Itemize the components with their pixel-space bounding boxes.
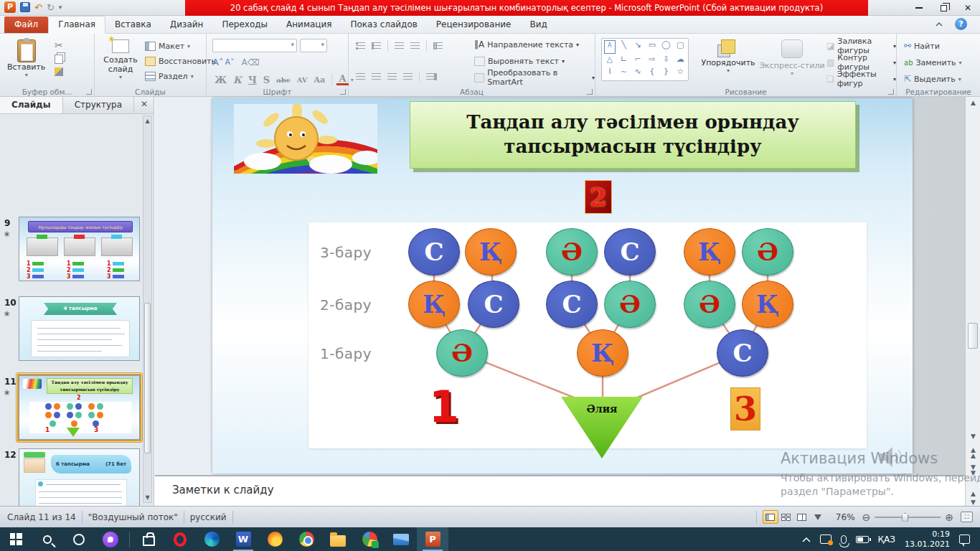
quick-styles-button[interactable]: Экспресс-стили ▾ [759, 39, 825, 77]
tree-node[interactable]: Қ [742, 281, 793, 328]
clear-format-icon[interactable]: A⌫ [241, 57, 259, 67]
opera-icon[interactable] [164, 527, 196, 551]
keyboard-language[interactable]: ҚАЗ [878, 534, 895, 545]
font-size-input[interactable] [300, 39, 327, 52]
animation-star-icon[interactable]: ✬ [4, 309, 10, 319]
increase-indent-icon[interactable] [410, 42, 420, 50]
bold-button[interactable]: Ж [212, 75, 229, 85]
tree-node[interactable]: Қ [465, 228, 517, 276]
font-color-button[interactable]: А [336, 74, 349, 85]
panel-scroll-thumb[interactable] [144, 303, 151, 453]
file-explorer-icon[interactable] [322, 527, 354, 551]
align-text-button[interactable]: Выровнять текст▾ [474, 55, 595, 67]
search-button[interactable] [32, 527, 63, 551]
paste-button[interactable]: Вставить ▾ [7, 39, 45, 78]
qat-customize-icon[interactable]: ▾ [59, 4, 62, 11]
thumbnail-slide-9[interactable]: 9 ✬ Нұсқаларды таңдау жолын түсіндіру 1 … [0, 217, 142, 283]
clock[interactable]: 0:19 13.01.2021 [905, 529, 950, 550]
notes-scroll-down-icon[interactable]: ▼ [966, 499, 980, 506]
paragraph-dialog-launcher-icon[interactable] [587, 89, 593, 95]
tree-node[interactable]: Ә [742, 228, 793, 276]
fit-to-window-icon[interactable]: ⛶ [961, 512, 973, 522]
shape-fill-button[interactable]: ◪Заливка фигуры▾ [826, 39, 896, 52]
tab-design[interactable]: Дизайн [161, 17, 213, 33]
panel-scrollbar[interactable]: ▲ ▼ [143, 116, 152, 503]
scroll-down-icon[interactable]: ▼ [966, 433, 980, 440]
help-icon[interactable]: ? [955, 18, 967, 30]
line-spacing-icon[interactable] [433, 42, 443, 50]
underline-button[interactable]: Ч [246, 75, 259, 85]
thumbnail-slide-11[interactable]: 11 ✬ Таңдап алу тәсілімен орындау тапсыр… [0, 375, 142, 441]
undo-icon[interactable]: ↶ [34, 2, 42, 13]
animation-star-icon[interactable]: ✬ [4, 388, 10, 397]
save-icon[interactable] [20, 2, 30, 12]
bullets-icon[interactable] [356, 42, 365, 50]
smartart-button[interactable]: Преобразовать в SmartArt▾ [474, 71, 595, 84]
zoom-in-icon[interactable]: ⊕ [945, 512, 953, 523]
tab-outline-panel[interactable]: Структура [63, 97, 134, 113]
scroll-thumb[interactable] [968, 323, 978, 349]
tab-view[interactable]: Вид [520, 17, 556, 33]
columns-icon[interactable] [426, 73, 437, 80]
format-painter-icon[interactable] [55, 67, 63, 76]
shape-down-arrow-icon[interactable]: ⇩ [661, 55, 672, 67]
numbering-icon[interactable] [372, 42, 381, 50]
normal-view-button[interactable] [763, 510, 778, 524]
find-button[interactable]: ⚯Найти [904, 39, 962, 52]
shape-curve-icon[interactable]: ～ [618, 67, 630, 79]
number-3[interactable]: 3 [730, 387, 760, 430]
thumbnail-slide-10[interactable]: 10 ✬ 4 тапсырма [0, 296, 142, 362]
reset-button[interactable]: Восстановить [145, 55, 216, 67]
sync-notification-icon[interactable] [820, 534, 831, 544]
badge-number-2[interactable]: 2 [585, 180, 612, 214]
scroll-up-icon[interactable]: ▲ [966, 99, 980, 106]
language-indicator[interactable]: русский [190, 512, 227, 522]
powerpoint-taskbar-icon[interactable]: P [417, 527, 448, 551]
panel-close-icon[interactable]: ✕ [135, 97, 154, 113]
edge-icon[interactable] [196, 527, 227, 551]
tab-slides-panel[interactable]: Слайды [0, 97, 63, 113]
tree-node[interactable]: Қ [408, 281, 460, 328]
shape-line-icon[interactable]: ╲ [618, 40, 630, 54]
slide-sorter-view-button[interactable] [778, 510, 794, 524]
tree-node[interactable]: Қ [577, 329, 628, 377]
tab-insert[interactable]: Вставка [105, 17, 161, 33]
tree-node[interactable]: Ә [684, 281, 735, 328]
tree-node[interactable]: Ә [546, 228, 598, 276]
shape-ellipse-icon[interactable]: ◯ [661, 40, 672, 54]
tab-slideshow[interactable]: Показ слайдов [341, 17, 427, 33]
microphone-icon[interactable] [841, 535, 847, 544]
shape-effects-button[interactable]: ❑Эффекты фигур▾ [826, 72, 896, 85]
new-slide-button[interactable]: Создать слайд ▾ [100, 39, 141, 80]
tab-file[interactable]: Файл [4, 17, 48, 33]
shape-textbox-icon[interactable]: A [604, 40, 616, 54]
tree-node[interactable]: Қ [684, 228, 735, 276]
theme-name[interactable]: "Воздушный поток" [88, 512, 178, 522]
align-left-icon[interactable] [356, 73, 365, 80]
shape-wave-icon[interactable]: ∿ [632, 67, 644, 79]
tree-node[interactable]: С [546, 281, 598, 328]
notes-placeholder[interactable]: Заметки к слайду [172, 484, 274, 496]
tree-node[interactable]: С [468, 281, 519, 328]
section-button[interactable]: Раздел▾ [145, 70, 216, 83]
firefox-icon[interactable] [259, 527, 291, 551]
grow-font-icon[interactable]: A˄ [212, 57, 223, 67]
battery-icon[interactable] [856, 536, 869, 543]
zoom-out-icon[interactable]: ⊖ [862, 512, 871, 523]
redo-icon[interactable]: ↻ [47, 2, 55, 13]
align-center-icon[interactable] [372, 73, 381, 80]
tab-transitions[interactable]: Переходы [212, 17, 277, 33]
sun-rainbow-image[interactable] [234, 104, 377, 174]
shape-brace-right-icon[interactable]: } [661, 67, 672, 79]
shape-rect-icon[interactable]: ▭ [646, 40, 658, 54]
store-icon[interactable] [133, 527, 164, 551]
animation-star-icon[interactable]: ✬ [4, 230, 10, 239]
slide-11[interactable]: Таңдап алу тәсілімен орындау тапсырмасын… [212, 98, 913, 474]
google-app-icon[interactable] [354, 527, 385, 551]
powerpoint-app-icon[interactable]: P [4, 1, 16, 13]
clipboard-dialog-launcher-icon[interactable] [86, 89, 92, 95]
shrink-font-icon[interactable]: A˅ [225, 57, 234, 67]
shape-right-arrow-icon[interactable]: ⇨ [646, 55, 658, 67]
tray-expand-icon[interactable] [802, 537, 811, 542]
align-right-icon[interactable] [387, 73, 397, 80]
